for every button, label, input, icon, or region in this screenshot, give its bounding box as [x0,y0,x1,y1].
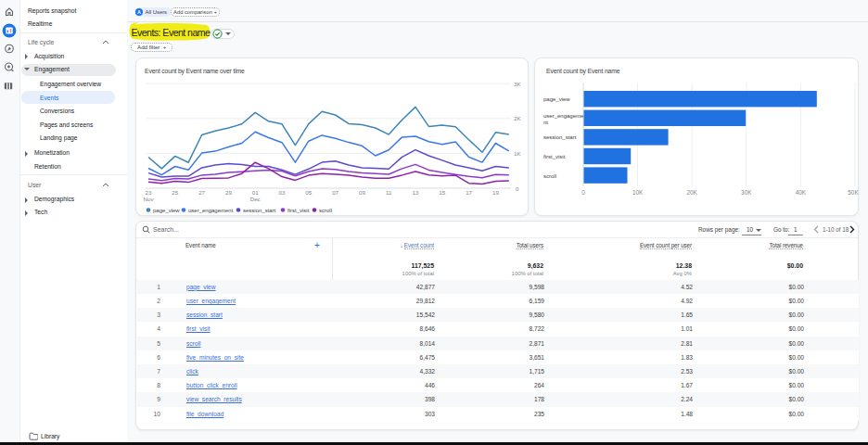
svg-text:page_view: page_view [543,96,570,102]
svg-text:scroll: scroll [319,208,332,213]
svg-text:01: 01 [252,189,259,196]
svg-text:03: 03 [279,189,286,196]
svg-text:0: 0 [581,189,585,196]
svg-text:session_start: session_start [243,208,276,213]
svg-text:13: 13 [413,189,419,196]
svg-text:10K: 10K [632,189,644,196]
svg-text:nt: nt [543,120,548,125]
svg-text:user_engagement: user_engagement [188,208,234,213]
svg-text:40K: 40K [796,189,807,196]
svg-text:Dec: Dec [250,196,261,202]
svg-text:50K: 50K [848,189,859,196]
svg-text:19: 19 [492,189,499,196]
svg-text:29: 29 [225,189,232,196]
svg-text:07: 07 [332,189,338,196]
svg-text:23: 23 [146,189,152,196]
svg-text:17: 17 [466,189,472,196]
svg-text:Nov: Nov [143,196,154,202]
svg-text:user_engageme: user_engageme [543,113,584,119]
svg-text:page_view: page_view [153,208,180,213]
svg-text:05: 05 [305,189,312,196]
svg-text:30K: 30K [741,189,752,196]
svg-text:3K: 3K [514,81,521,87]
svg-text:first_visit: first_visit [287,208,310,213]
svg-text:11: 11 [386,189,392,196]
svg-text:scroll: scroll [543,173,556,179]
svg-text:session_start: session_start [543,134,577,140]
svg-text:25: 25 [172,189,178,196]
svg-text:09: 09 [359,189,365,196]
svg-text:first_visit: first_visit [543,154,566,159]
svg-text:27: 27 [198,189,205,196]
svg-text:1K: 1K [514,150,521,157]
svg-text:20K: 20K [687,189,698,196]
svg-text:0: 0 [516,185,519,192]
svg-text:15: 15 [439,189,445,196]
svg-text:2K: 2K [514,115,521,121]
